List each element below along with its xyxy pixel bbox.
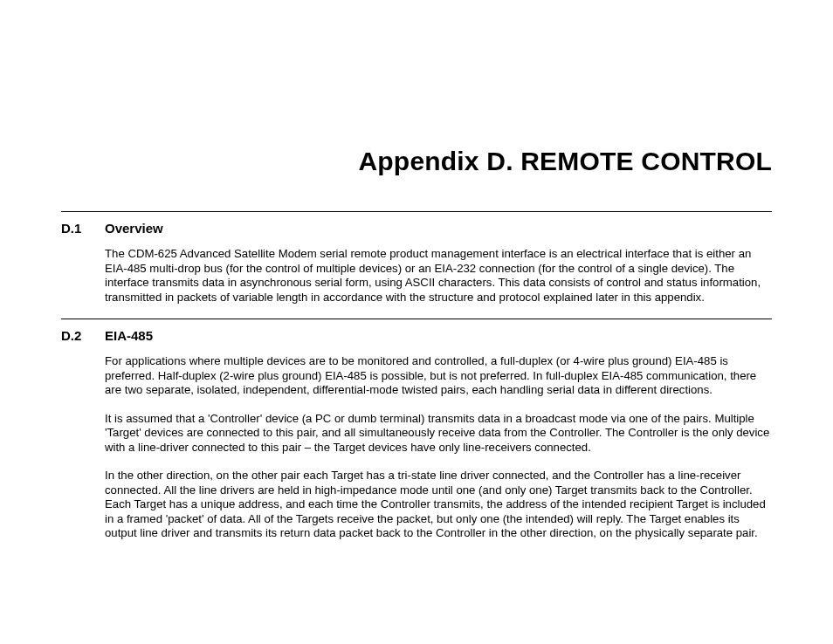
paragraph: In the other direction, on the other pai…	[105, 469, 772, 541]
section-number: D.2	[61, 328, 105, 343]
section-title: Overview	[105, 221, 772, 236]
paragraph: It is assumed that a 'Controller' device…	[105, 412, 772, 456]
section-title: EIA-485	[105, 328, 772, 343]
appendix-title: Appendix D. REMOTE CONTROL	[61, 147, 772, 176]
page: Appendix D. REMOTE CONTROL D.1 Overview …	[0, 147, 833, 644]
section-number: D.1	[61, 221, 105, 236]
section-divider	[61, 319, 772, 319]
section-heading-eia-485: D.2 EIA-485	[61, 328, 772, 343]
paragraph: For applications where multiple devices …	[105, 354, 772, 398]
paragraph: The CDM-625 Advanced Satellite Modem ser…	[105, 247, 772, 305]
section-heading-overview: D.1 Overview	[61, 221, 772, 236]
section-divider	[61, 211, 772, 212]
